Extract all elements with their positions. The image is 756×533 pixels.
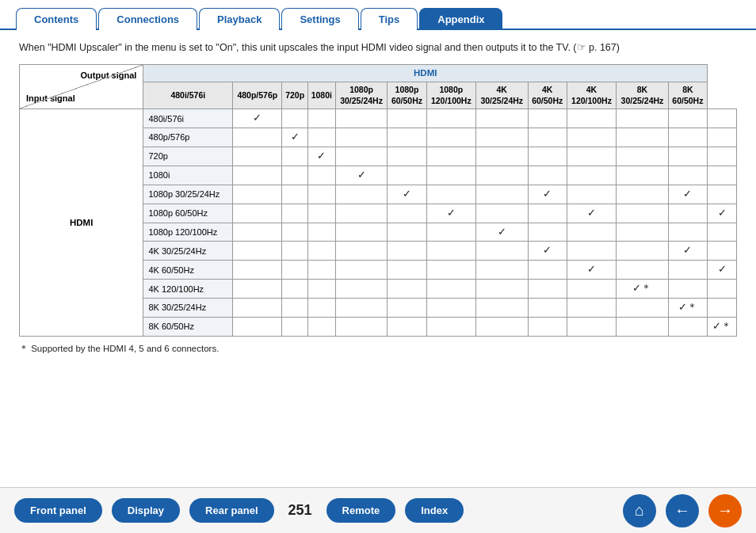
check-cell (307, 223, 335, 242)
forward-button[interactable]: → (708, 494, 742, 527)
check-cell (426, 109, 475, 128)
check-cell (617, 261, 669, 280)
rear-panel-button[interactable]: Rear panel (189, 498, 273, 523)
check-cell (233, 223, 282, 242)
front-panel-button[interactable]: Front panel (14, 498, 102, 523)
check-cell (388, 261, 426, 280)
check-cell (335, 109, 388, 128)
check-cell (307, 242, 335, 261)
check-cell (668, 147, 707, 166)
check-cell: ✓ (426, 204, 475, 223)
check-cell (233, 318, 282, 337)
check-cell (668, 109, 707, 128)
display-button[interactable]: Display (112, 498, 180, 523)
check-cell (282, 109, 307, 128)
check-cell (233, 280, 282, 299)
check-cell (528, 318, 567, 337)
input-signal-cell: 4K 30/25/24Hz (143, 242, 233, 261)
tab-playback[interactable]: Playback (199, 8, 280, 30)
check-cell (388, 299, 426, 318)
check-cell (475, 318, 528, 337)
nav-tabs: Contents Connections Playback Settings T… (0, 6, 756, 30)
check-cell (388, 242, 426, 261)
tab-tips[interactable]: Tips (361, 8, 418, 30)
check-cell (668, 223, 707, 242)
check-cell (335, 242, 388, 261)
check-cell (528, 166, 567, 185)
check-cell (388, 318, 426, 337)
check-cell (307, 318, 335, 337)
check-cell (617, 223, 669, 242)
check-cell (335, 299, 388, 318)
check-cell (335, 185, 388, 204)
check-cell (567, 109, 616, 128)
output-signal-label: Output signal (81, 70, 137, 81)
check-cell (668, 128, 707, 147)
tab-settings[interactable]: Settings (281, 8, 358, 30)
check-cell (708, 185, 737, 204)
table-row: HDMI480i/576i✓ (20, 109, 737, 128)
col-header: 4K 120/100Hz (567, 82, 616, 109)
tab-contents[interactable]: Contents (16, 8, 97, 30)
check-cell (426, 166, 475, 185)
check-cell (668, 166, 707, 185)
check-cell (475, 242, 528, 261)
check-cell (233, 147, 282, 166)
input-signal-cell: 1080p 30/25/24Hz (143, 185, 233, 204)
intro-text: When "HDMI Upscaler" in the menu is set … (19, 41, 737, 53)
check-cell: ✓ (668, 242, 707, 261)
check-cell (528, 109, 567, 128)
check-cell: ✓＊ (668, 299, 707, 318)
check-cell: ✓＊ (617, 280, 669, 299)
check-cell (617, 109, 669, 128)
check-cell (708, 280, 737, 299)
check-cell: ✓ (668, 185, 707, 204)
check-cell (388, 204, 426, 223)
input-signal-cell: 480i/576i (143, 109, 233, 128)
tab-connections[interactable]: Connections (98, 8, 197, 30)
tab-appendix[interactable]: Appendix (419, 8, 502, 30)
check-cell (708, 299, 737, 318)
check-cell (282, 318, 307, 337)
check-cell (567, 242, 616, 261)
input-signal-cell: 8K 60/50Hz (143, 318, 233, 337)
check-cell (233, 204, 282, 223)
check-cell: ✓ (307, 147, 335, 166)
check-cell (426, 261, 475, 280)
input-signal-cell: 1080i (143, 166, 233, 185)
check-cell (475, 280, 528, 299)
check-cell (388, 280, 426, 299)
check-cell (233, 261, 282, 280)
check-cell (233, 166, 282, 185)
home-button[interactable]: ⌂ (623, 494, 656, 527)
check-cell (708, 223, 737, 242)
col-header: 720p (282, 82, 307, 109)
check-cell (668, 318, 707, 337)
remote-button[interactable]: Remote (326, 498, 396, 523)
check-cell (528, 261, 567, 280)
back-button[interactable]: ← (666, 494, 699, 527)
check-cell (282, 223, 307, 242)
check-cell (388, 128, 426, 147)
check-cell: ✓ (282, 128, 307, 147)
check-cell (567, 166, 616, 185)
check-cell (307, 280, 335, 299)
index-button[interactable]: Index (405, 498, 464, 523)
check-cell (617, 166, 669, 185)
check-cell (475, 128, 528, 147)
check-cell (528, 147, 567, 166)
check-cell (617, 318, 669, 337)
check-cell: ✓ (528, 242, 567, 261)
check-cell (708, 128, 737, 147)
check-cell (233, 242, 282, 261)
check-cell (426, 185, 475, 204)
check-cell (282, 242, 307, 261)
check-cell: ✓ (233, 109, 282, 128)
check-cell (617, 185, 669, 204)
check-cell (528, 280, 567, 299)
check-cell (567, 299, 616, 318)
check-cell (567, 280, 616, 299)
input-signal-label: Input signal (26, 93, 75, 104)
check-cell (282, 147, 307, 166)
check-cell (475, 299, 528, 318)
